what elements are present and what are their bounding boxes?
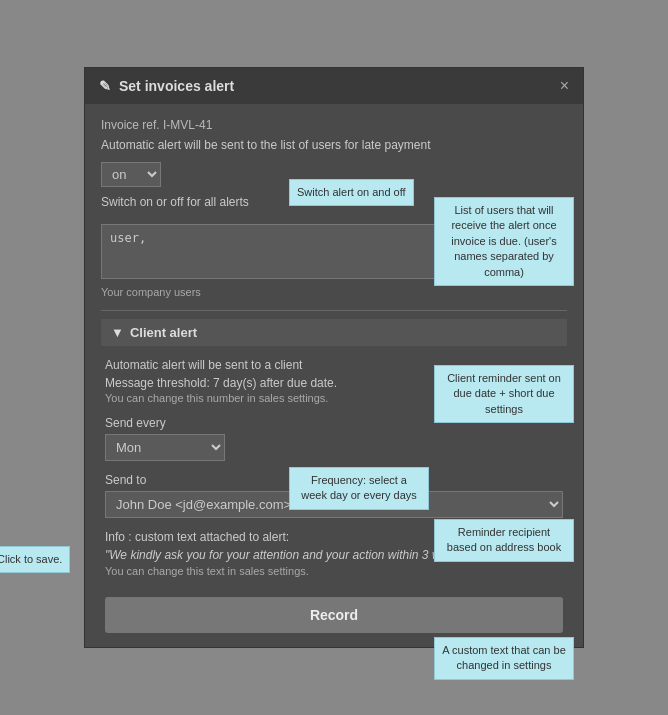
send-every-select[interactable]: Mon Tue Wed Thu Fri Every day — [105, 434, 225, 461]
modal-header-left: ✎ Set invoices alert — [99, 78, 234, 94]
switch-select[interactable]: on off — [101, 162, 161, 187]
callout-switch: Switch alert on and off — [289, 179, 414, 206]
callout-custom: A custom text that can be changed in set… — [434, 637, 574, 680]
record-button[interactable]: Record — [105, 597, 563, 633]
modal-header: ✎ Set invoices alert × — [85, 68, 583, 104]
invoice-ref: Invoice ref. I-MVL-41 — [101, 118, 567, 132]
company-users-label: Your company users — [101, 286, 567, 298]
callout-freq: Frequency: select a week day or every da… — [289, 467, 429, 510]
client-alert-section-header: ▼ Client alert — [101, 319, 567, 346]
info-change-note: You can change this text in sales settin… — [105, 565, 563, 577]
close-button[interactable]: × — [560, 78, 569, 94]
callout-save: Click to save. — [0, 546, 70, 573]
callout-users: List of users that will receive the aler… — [434, 197, 574, 286]
section-title: Client alert — [130, 325, 197, 340]
modal-title: Set invoices alert — [119, 78, 234, 94]
section-collapse-icon[interactable]: ▼ — [111, 325, 124, 340]
callout-recipient: Reminder recipient based on address book — [434, 519, 574, 562]
edit-icon: ✎ — [99, 78, 111, 94]
callout-client: Client reminder sent on due date + short… — [434, 365, 574, 423]
auto-alert-desc: Automatic alert will be sent to the list… — [101, 138, 567, 152]
